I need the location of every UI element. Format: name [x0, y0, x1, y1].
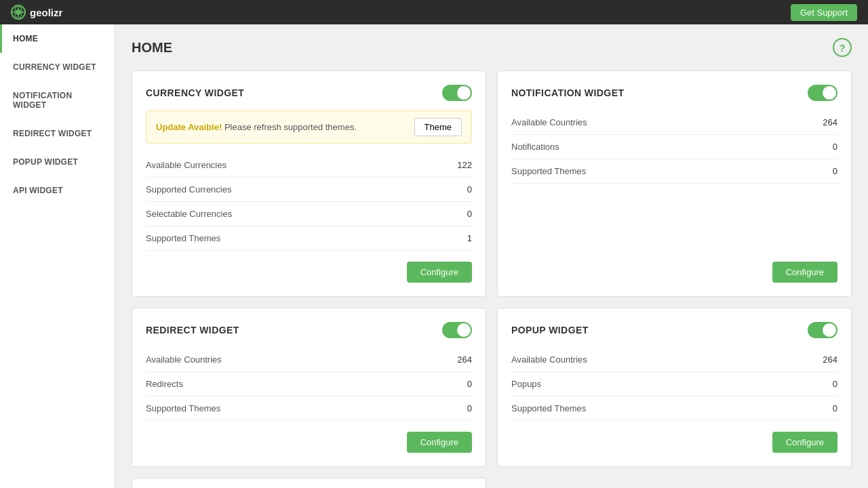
notification-stat-label-2: Supported Themes [511, 166, 586, 176]
popup-stat-2: Supported Themes 0 [511, 396, 837, 421]
currency-stat-value-0: 122 [457, 160, 472, 170]
logo: geolizr [11, 5, 62, 20]
redirect-stat-label-0: Available Countries [146, 354, 222, 365]
popup-widget-card: POPUP WIDGET Available Countries 264 Pop… [497, 308, 852, 467]
redirect-stat-value-1: 0 [467, 379, 472, 389]
popup-widget-header: POPUP WIDGET [511, 322, 837, 338]
sidebar-item-api[interactable]: API WIDGET [0, 176, 115, 205]
currency-configure-button[interactable]: Configure [407, 262, 472, 283]
notification-configure-button[interactable]: Configure [772, 262, 837, 283]
currency-stat-label-2: Selectable Currencies [146, 209, 232, 219]
currency-configure-wrap: Configure [146, 251, 472, 283]
popup-stat-1: Popups 0 [511, 372, 837, 396]
popup-configure-button[interactable]: Configure [772, 432, 837, 453]
notification-stat-value-1: 0 [833, 142, 837, 152]
popup-stat-0: Available Countries 264 [511, 348, 837, 372]
api-widget-card: API WIDGET [132, 478, 486, 488]
redirect-stat-label-2: Supported Themes [146, 403, 220, 413]
page-header: HOME ? [132, 38, 852, 57]
main-content: HOME ? CURRENCY WIDGET Update Avaible! P… [115, 24, 868, 488]
redirect-widget-header: REDIRECT WIDGET [146, 322, 472, 338]
currency-stat-value-1: 0 [467, 184, 472, 195]
currency-stat-label-1: Supported Currencies [146, 184, 231, 195]
redirect-stat-value-0: 264 [457, 354, 472, 365]
popup-widget-title: POPUP WIDGET [511, 325, 589, 336]
currency-stat-label-3: Supported Themes [146, 233, 220, 243]
redirect-stat-1: Redirects 0 [146, 372, 472, 396]
redirect-configure-button[interactable]: Configure [407, 432, 472, 453]
logo-text: geolizr [30, 7, 62, 18]
redirect-widget-title: REDIRECT WIDGET [146, 325, 239, 336]
currency-stat-3: Supported Themes 1 [146, 226, 472, 251]
notification-widget-toggle[interactable] [808, 85, 837, 101]
currency-alert-box: Update Avaible! Please refresh supported… [146, 110, 472, 144]
notification-stat-value-2: 0 [833, 166, 837, 176]
currency-alert-text: Update Avaible! Please refresh supported… [156, 122, 357, 132]
redirect-stat-label-1: Redirects [146, 379, 183, 389]
currency-stat-value-2: 0 [467, 209, 472, 219]
currency-stat-2: Selectable Currencies 0 [146, 202, 472, 226]
currency-widget-header: CURRENCY WIDGET [146, 85, 472, 101]
widgets-grid: CURRENCY WIDGET Update Avaible! Please r… [132, 70, 852, 488]
redirect-configure-wrap: Configure [146, 421, 472, 453]
sidebar-item-popup[interactable]: POPUP WIDGET [0, 148, 115, 176]
currency-alert-strong: Update Avaible! [156, 122, 222, 132]
theme-button[interactable]: Theme [414, 118, 462, 136]
get-support-button[interactable]: Get Support [791, 4, 857, 21]
currency-widget-toggle[interactable] [442, 85, 472, 101]
notification-widget-header: NOTIFICATION WIDGET [511, 85, 837, 101]
redirect-widget-toggle[interactable] [442, 322, 472, 338]
popup-stat-label-0: Available Countries [511, 354, 587, 365]
currency-stat-0: Available Currencies 122 [146, 153, 472, 178]
notification-stat-1: Notifications 0 [511, 135, 837, 159]
currency-stat-1: Supported Currencies 0 [146, 178, 472, 202]
notification-widget-card: NOTIFICATION WIDGET Available Countries … [497, 70, 852, 297]
logo-icon [11, 5, 26, 20]
popup-stat-value-2: 0 [833, 403, 837, 413]
notification-widget-title: NOTIFICATION WIDGET [511, 87, 624, 98]
sidebar: HOME CURRENCY WIDGET NOTIFICATION WIDGET… [0, 24, 115, 488]
page-title: HOME [132, 40, 172, 56]
notification-stat-label-0: Available Countries [511, 117, 587, 127]
notification-configure-wrap: Configure [511, 251, 837, 283]
popup-configure-wrap: Configure [511, 421, 837, 453]
notification-stat-label-1: Notifications [511, 142, 559, 152]
popup-widget-toggle[interactable] [808, 322, 837, 338]
notification-stat-2: Supported Themes 0 [511, 159, 837, 184]
popup-stat-label-2: Supported Themes [511, 403, 586, 413]
redirect-stat-0: Available Countries 264 [146, 348, 472, 372]
sidebar-item-notification[interactable]: NOTIFICATION WIDGET [0, 81, 115, 119]
redirect-widget-card: REDIRECT WIDGET Available Countries 264 … [132, 308, 486, 467]
notification-stat-value-0: 264 [823, 117, 837, 127]
currency-widget-card: CURRENCY WIDGET Update Avaible! Please r… [132, 70, 486, 297]
popup-stat-value-1: 0 [833, 379, 837, 389]
sidebar-item-redirect[interactable]: REDIRECT WIDGET [0, 119, 115, 148]
layout: HOME CURRENCY WIDGET NOTIFICATION WIDGET… [0, 24, 868, 488]
redirect-stat-value-2: 0 [467, 403, 472, 413]
help-icon[interactable]: ? [833, 38, 852, 57]
currency-stat-value-3: 1 [467, 233, 472, 243]
popup-stat-label-1: Popups [511, 379, 541, 389]
sidebar-item-home[interactable]: HOME [0, 24, 115, 53]
redirect-stat-2: Supported Themes 0 [146, 396, 472, 421]
currency-widget-title: CURRENCY WIDGET [146, 87, 244, 98]
popup-stat-value-0: 264 [823, 354, 837, 365]
currency-stat-label-0: Available Currencies [146, 160, 226, 170]
notification-stat-0: Available Countries 264 [511, 110, 837, 135]
topbar: geolizr Get Support [0, 0, 868, 24]
sidebar-item-currency[interactable]: CURRENCY WIDGET [0, 53, 115, 81]
